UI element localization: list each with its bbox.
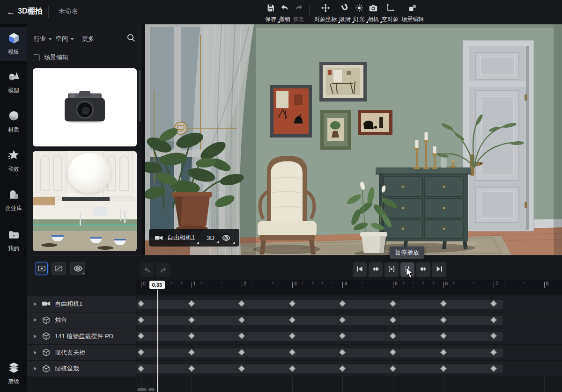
track-visibility-button[interactable] <box>70 262 85 275</box>
ruler-tick-label: 8 <box>546 281 549 286</box>
scene-dresser[interactable] <box>372 167 475 253</box>
library-filters: 行业空间更多 <box>34 35 94 43</box>
track-row-1[interactable]: 烛台 <box>27 312 136 329</box>
keyframe-back-button[interactable] <box>140 262 154 277</box>
skip-end-button[interactable] <box>432 262 446 277</box>
timeline-ruler[interactable]: 012345678 <box>136 280 562 295</box>
ruler-minor-tick <box>373 282 373 284</box>
timeline-track-area[interactable]: 012345678 0.33 <box>136 280 562 392</box>
curve-editor-button[interactable] <box>52 262 66 275</box>
mine-icon <box>7 228 20 243</box>
left-sidebar: 模板模型材质动效企业库我的层级 <box>0 24 27 392</box>
sidebar-item-label: 材质 <box>8 126 19 134</box>
expand-caret-icon[interactable] <box>34 367 37 370</box>
sidebar-item-template[interactable]: 模板 <box>0 27 27 61</box>
ruler-tick <box>292 282 293 288</box>
next-keyframe-button[interactable] <box>416 262 430 277</box>
scene-edit-icon <box>407 3 418 15</box>
template-thumbnail-camera[interactable] <box>33 68 137 146</box>
pause-button[interactable] <box>400 262 414 277</box>
timeline-hscrollbar[interactable] <box>137 388 147 391</box>
sidebar-item-material[interactable]: 材质 <box>0 105 27 138</box>
template-thumbnail-kitchen[interactable] <box>33 151 137 251</box>
scene-painting-botanical[interactable] <box>320 110 351 150</box>
viewport-3d[interactable]: 自由相机1 3D <box>145 24 562 255</box>
keyframe-lane[interactable] <box>136 345 562 361</box>
sidebar-item-hierarchy[interactable]: 层级 <box>0 356 27 390</box>
sidebar-item-mine[interactable]: 我的 <box>0 224 27 257</box>
toolbar-scene-edit-button[interactable]: 场景编辑 <box>401 1 424 23</box>
sidebar-item-model[interactable]: 模型 <box>0 65 27 99</box>
toolbar-camera-button[interactable]: 相机 <box>368 1 379 23</box>
ruler-tick-label: 3 <box>294 281 297 286</box>
back-button[interactable]: ← <box>5 6 17 18</box>
expand-caret-icon[interactable] <box>34 334 37 338</box>
document-name: 未命名 <box>59 7 78 15</box>
camera-selector[interactable]: 自由相机1 <box>167 233 198 242</box>
toolbar-snap-button[interactable]: 吸附 <box>340 1 351 23</box>
ruler-tick <box>444 282 444 288</box>
cube-icon <box>41 348 51 357</box>
toolbar-empty-object-button[interactable]: 空对象 <box>382 1 399 23</box>
expand-caret-icon[interactable] <box>34 351 37 355</box>
keyframe-lane[interactable] <box>136 312 562 329</box>
sidebar-item-label: 我的 <box>8 245 19 253</box>
search-icon[interactable] <box>126 33 136 43</box>
scene-painting-cow[interactable] <box>358 110 392 135</box>
toolbar-light-button[interactable]: 灯光 <box>354 1 365 23</box>
expand-caret-icon[interactable] <box>34 302 37 306</box>
pill-divider <box>202 234 202 241</box>
viewport-3d-scene[interactable] <box>145 24 562 255</box>
filter-dropdown-0[interactable]: 行业 <box>34 35 52 43</box>
template-icon <box>7 32 20 46</box>
visibility-selector[interactable] <box>222 234 234 242</box>
frame-dim-left <box>145 24 256 255</box>
ruler-tick-label: 4 <box>344 281 347 286</box>
keyframe-mode-button[interactable] <box>36 262 48 275</box>
keyframe-lane[interactable] <box>136 328 562 345</box>
layers-icon <box>7 361 20 376</box>
magnet-icon <box>340 3 350 15</box>
playhead-time-label[interactable]: 0.33 <box>149 281 165 289</box>
app-header: ← 3D棚拍 未命名 保存撤销恢复对象坐标吸附灯光相机空对象场景编辑 <box>0 0 562 24</box>
playhead[interactable] <box>157 290 158 392</box>
keyframe-lane[interactable] <box>136 361 562 377</box>
material-icon <box>7 109 20 124</box>
toolbar-object-coords-button[interactable]: 对象坐标 <box>314 1 337 23</box>
scene-painting-dining[interactable] <box>319 62 367 102</box>
track-row-0[interactable]: 自由相机1 <box>27 296 136 312</box>
timeline-hscrollbar-handle[interactable] <box>148 388 155 391</box>
main-toolbar: 保存撤销恢复对象坐标吸附灯光相机空对象场景编辑 <box>265 1 424 24</box>
track-name-label: 烛台 <box>55 316 67 324</box>
keyframe-lane[interactable] <box>136 296 562 312</box>
ruler-tick <box>242 282 242 288</box>
prev-keyframe-button[interactable] <box>369 262 383 277</box>
panel-scrollbar[interactable] <box>139 70 140 122</box>
track-row-3[interactable]: 现代玄关柜 <box>27 345 136 361</box>
scene-painting-red-cat[interactable] <box>270 85 312 138</box>
keyframe-forward-button[interactable] <box>156 262 170 277</box>
chevron-down-icon <box>48 38 52 40</box>
view-mode-selector[interactable]: 3D <box>207 234 217 241</box>
undo-icon <box>280 3 290 15</box>
pause-icon <box>403 265 412 275</box>
toolbar-save-button[interactable]: 保存 <box>265 1 276 23</box>
ruler-minor-tick <box>171 282 172 284</box>
kitchen-scene-image <box>33 151 137 251</box>
sidebar-item-enterprise[interactable]: 企业库 <box>0 183 27 217</box>
track-row-4[interactable]: 绿植盆栽 <box>27 361 136 377</box>
ruler-minor-tick <box>262 282 262 284</box>
expand-caret-icon[interactable] <box>34 318 37 322</box>
filter-dropdown-1[interactable]: 空间 <box>56 35 74 43</box>
skip-start-button[interactable] <box>353 262 367 277</box>
toolbar-undo-button[interactable]: 撤销 <box>279 1 290 23</box>
sidebar-item-motion[interactable]: 动效 <box>0 144 27 178</box>
checkbox-box[interactable] <box>33 54 40 61</box>
scene-edit-checkbox[interactable]: 场景编辑 <box>33 53 68 62</box>
play-range-button[interactable] <box>385 262 399 277</box>
toolbar-label: 吸附 <box>340 15 351 23</box>
ruler-minor-tick <box>383 282 383 284</box>
more-filters-button[interactable]: 更多 <box>82 35 94 43</box>
track-row-2[interactable]: 141 植物盆栽摆件 PD <box>27 328 136 345</box>
ruler-minor-tick <box>212 282 212 284</box>
